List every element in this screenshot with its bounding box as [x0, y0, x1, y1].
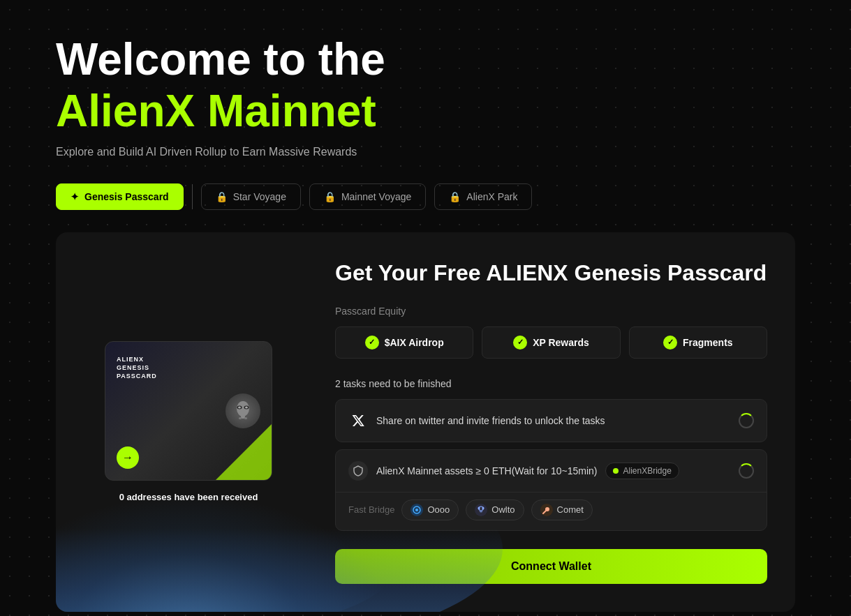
- page-content: Welcome to the AlienX Mainnet Explore an…: [0, 0, 851, 612]
- tab-park-label: AlienX Park: [466, 191, 517, 202]
- svg-rect-7: [244, 417, 247, 419]
- task-twitter: Share on twitter and invite friends to u…: [335, 399, 767, 442]
- tab-genesis[interactable]: ✦ Genesis Passcard: [56, 183, 184, 210]
- alien-icon: [225, 393, 260, 428]
- airdrop-icon: ✓: [365, 336, 379, 350]
- genesis-icon: ✦: [71, 191, 79, 202]
- passcard-text: ALIENX GENESIS PASSCARD: [117, 356, 157, 380]
- task-twitter-left: Share on twitter and invite friends to u…: [348, 411, 739, 430]
- card-title: Get Your Free ALIENX Genesis Passcard: [335, 260, 767, 286]
- tab-star-label: Star Voyage: [233, 191, 286, 202]
- tab-mainnet-label: Mainnet Voyage: [341, 191, 411, 202]
- bridge-owlto-label: Owlto: [491, 504, 515, 515]
- badge-airdrop: ✓ $AIX Airdrop: [335, 326, 473, 359]
- tab-genesis-label: Genesis Passcard: [84, 191, 169, 202]
- passcard-wrapper: ALIENX GENESIS PASSCARD: [105, 341, 272, 502]
- x-twitter-icon: [348, 411, 368, 430]
- tasks-label: 2 tasks need to be finished: [335, 378, 767, 389]
- svg-point-4: [245, 407, 248, 409]
- badge-fragments: ✓ Fragments: [629, 326, 767, 359]
- fragments-icon: ✓: [663, 336, 677, 350]
- hero-title-line2: AlienX Mainnet: [56, 87, 795, 135]
- xp-icon: ✓: [513, 336, 527, 350]
- equity-badges: ✓ $AIX Airdrop ✓ XP Rewards ✓ Fragments: [335, 326, 767, 359]
- tab-star[interactable]: 🔒 Star Voyage: [201, 183, 301, 210]
- tab-park[interactable]: 🔒 AlienX Park: [434, 183, 532, 210]
- nav-divider: [192, 184, 193, 209]
- lock-icon-park: 🔒: [449, 191, 461, 202]
- lock-icon-mainnet: 🔒: [324, 191, 336, 202]
- bridge-pill-comet[interactable]: Comet: [531, 499, 593, 520]
- passcard-image: ALIENX GENESIS PASSCARD: [105, 341, 272, 481]
- task-spinner-1: [739, 413, 754, 428]
- hero-title-line1: Welcome to the: [56, 35, 795, 84]
- lock-icon-star: 🔒: [216, 191, 228, 202]
- passcard-name-line1: ALIENX: [117, 356, 157, 364]
- task-twitter-text: Share on twitter and invite friends to u…: [376, 415, 605, 426]
- badge-fragments-label: Fragments: [683, 337, 733, 348]
- nav-tabs: ✦ Genesis Passcard 🔒 Star Voyage 🔒 Mainn…: [56, 183, 795, 210]
- main-card: ALIENX GENESIS PASSCARD: [56, 232, 795, 612]
- equity-label: Passcard Equity: [335, 306, 767, 317]
- hero-section: Welcome to the AlienX Mainnet Explore an…: [56, 35, 795, 158]
- alienxbridge-badge[interactable]: AlienXBridge: [605, 463, 679, 479]
- svg-point-12: [482, 506, 484, 509]
- svg-rect-6: [239, 417, 242, 419]
- badge-xp: ✓ XP Rewards: [482, 326, 620, 359]
- alienxbridge-label: AlienXBridge: [623, 466, 671, 476]
- address-label: addresses have been received: [126, 492, 258, 502]
- task-spinner-2: [739, 463, 754, 479]
- passcard-triangle: [216, 424, 272, 480]
- badge-airdrop-label: $AIX Airdrop: [385, 337, 444, 348]
- bridge-comet-label: Comet: [557, 504, 584, 515]
- alienxbridge-dot: [613, 468, 619, 474]
- hero-subtitle: Explore and Build AI Driven Rollup to Ea…: [56, 146, 795, 158]
- comet-icon: [540, 504, 553, 516]
- passcard-address-count: 0 addresses have been received: [105, 492, 272, 502]
- passcard-name-line3: PASSCARD: [117, 373, 157, 381]
- svg-point-3: [238, 407, 241, 409]
- address-number: 0: [119, 492, 124, 502]
- passcard-chevron-icon: →: [117, 446, 139, 469]
- badge-xp-label: XP Rewards: [533, 337, 589, 348]
- tab-mainnet[interactable]: 🔒 Mainnet Voyage: [309, 183, 426, 210]
- passcard-panel: ALIENX GENESIS PASSCARD: [56, 232, 321, 612]
- passcard-name-line2: GENESIS: [117, 364, 157, 373]
